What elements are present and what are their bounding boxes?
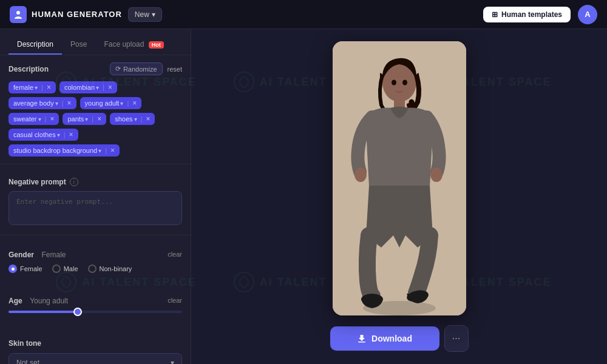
negative-prompt-input[interactable]	[8, 191, 182, 225]
svg-point-6	[16, 11, 20, 15]
download-button[interactable]: Download	[330, 326, 439, 351]
content-area: Description Pose Face upload Hot Descrip…	[0, 29, 607, 364]
tag-remove-young-adult[interactable]: ×	[132, 99, 137, 107]
skin-tone-select[interactable]: Not set ▾	[8, 353, 182, 364]
ellipsis-icon: ···	[452, 333, 460, 344]
neg-prompt-header: Negative prompt i	[8, 178, 182, 186]
age-slider-fill	[8, 311, 78, 313]
tag-pants[interactable]: pants▾ | ×	[63, 113, 106, 125]
app-title: HUMAN GENERATOR	[32, 10, 122, 19]
human-templates-button[interactable]: ⊞ Human templates	[483, 7, 571, 22]
age-header: Age Young adult clear	[8, 295, 182, 306]
description-header: Description ⟳ Randomize reset	[8, 62, 182, 75]
tag-remove-colombian[interactable]: ×	[108, 84, 112, 91]
radio-female[interactable]: Female	[8, 265, 42, 273]
tag-remove-shoes[interactable]: ×	[146, 115, 150, 123]
tags-container: female▾ | × colombian▾ | × average body▾…	[8, 81, 182, 157]
chevron-down-icon: ▾	[152, 10, 155, 19]
top-bar-left: HUMAN GENERATOR New ▾	[10, 6, 162, 23]
hot-badge: Hot	[149, 41, 164, 49]
svg-point-15	[392, 80, 396, 86]
age-value: Young adult	[30, 297, 68, 305]
age-slider-thumb[interactable]	[73, 308, 82, 316]
radio-female-label: Female	[20, 265, 42, 272]
radio-nonbinary[interactable]: Non-binary	[88, 265, 132, 273]
tag-remove-pants[interactable]: ×	[97, 115, 101, 123]
app-logo: HUMAN GENERATOR	[10, 6, 122, 23]
skin-tone-value: Not set	[16, 359, 39, 364]
radio-nonbinary-label: Non-binary	[100, 265, 132, 272]
age-clear-button[interactable]: clear	[168, 297, 182, 304]
radio-female-dot	[8, 265, 17, 273]
age-section: Age Young adult clear	[0, 288, 191, 330]
age-slider-track[interactable]	[8, 311, 182, 313]
radio-male-label: Male	[64, 265, 78, 272]
tag-remove-studio-backdrop[interactable]: ×	[110, 147, 115, 154]
shuffle-icon: ⟳	[115, 65, 121, 73]
svg-point-16	[402, 80, 407, 86]
tag-shoes[interactable]: shoes▾ | ×	[110, 113, 155, 125]
tag-remove-sweater[interactable]: ×	[50, 115, 54, 123]
grid-icon: ⊞	[492, 10, 498, 19]
info-icon: i	[70, 178, 78, 186]
svg-point-12	[430, 167, 443, 182]
left-panel: Description Pose Face upload Hot Descrip…	[0, 29, 191, 364]
gender-value: Female	[41, 251, 66, 259]
download-bar: Download ···	[330, 325, 469, 352]
tab-description[interactable]: Description	[8, 35, 62, 55]
logo-icon	[10, 6, 27, 23]
negative-prompt-section: Negative prompt i	[0, 170, 191, 235]
skin-tone-label: Skin tone	[8, 339, 41, 348]
app-container: AI TALENT SPACE AI TALENT SPACE AI TALEN…	[0, 0, 607, 364]
new-button[interactable]: New ▾	[128, 7, 162, 22]
description-section: Description ⟳ Randomize reset female▾ |	[0, 55, 191, 164]
skin-tone-section: Skin tone Not set ▾	[0, 330, 191, 364]
tag-sweater[interactable]: sweater▾ | ×	[8, 113, 59, 125]
tab-bar: Description Pose Face upload Hot	[0, 29, 191, 55]
more-options-button[interactable]: ···	[444, 325, 469, 352]
top-bar: HUMAN GENERATOR New ▾ ⊞ Human templates …	[0, 0, 607, 29]
tag-studio-backdrop[interactable]: studio backdrop background▾ | ×	[8, 144, 120, 157]
tag-female[interactable]: female▾ | ×	[8, 81, 56, 93]
download-icon	[357, 334, 367, 343]
tag-remove-female[interactable]: ×	[47, 84, 51, 91]
tab-face-upload[interactable]: Face upload Hot	[95, 35, 172, 55]
new-button-label: New	[135, 10, 149, 19]
svg-point-11	[354, 167, 367, 182]
gender-radio-group: Female Male Non-binary	[8, 265, 182, 273]
person-figure	[333, 41, 466, 315]
age-label: Age	[8, 297, 22, 305]
description-title: Description	[8, 65, 49, 73]
svg-rect-17	[358, 342, 365, 343]
gender-section: Gender Female clear Female Male	[0, 241, 191, 288]
gender-clear-button[interactable]: clear	[168, 251, 182, 258]
tab-pose[interactable]: Pose	[62, 35, 95, 55]
avatar[interactable]: A	[578, 5, 597, 24]
generated-image	[333, 41, 466, 315]
randomize-button[interactable]: ⟳ Randomize	[110, 62, 163, 75]
tag-remove-casual-clothes[interactable]: ×	[69, 131, 73, 138]
radio-male-dot	[52, 265, 61, 273]
reset-button[interactable]: reset	[168, 66, 182, 73]
chevron-down-icon: ▾	[171, 359, 174, 364]
tag-colombian[interactable]: colombian▾ | ×	[59, 81, 117, 93]
tag-casual-clothes[interactable]: casual clothes▾ | ×	[8, 129, 78, 141]
neg-prompt-title: Negative prompt	[8, 178, 66, 186]
tag-average-body[interactable]: average body▾ | ×	[8, 97, 76, 109]
gender-label: Gender	[8, 251, 34, 259]
radio-male[interactable]: Male	[52, 265, 78, 273]
gender-header: Gender Female clear	[8, 249, 182, 260]
radio-nonbinary-dot	[88, 265, 97, 273]
tag-remove-average-body[interactable]: ×	[67, 99, 72, 107]
randomize-label: Randomize	[123, 66, 157, 73]
section-actions: ⟳ Randomize reset	[110, 62, 182, 75]
human-templates-label: Human templates	[501, 10, 562, 19]
right-panel: Download ···	[191, 29, 607, 364]
download-label: Download	[371, 334, 412, 343]
tag-young-adult[interactable]: young adult▾ | ×	[80, 97, 142, 109]
top-bar-right: ⊞ Human templates A	[483, 5, 597, 24]
